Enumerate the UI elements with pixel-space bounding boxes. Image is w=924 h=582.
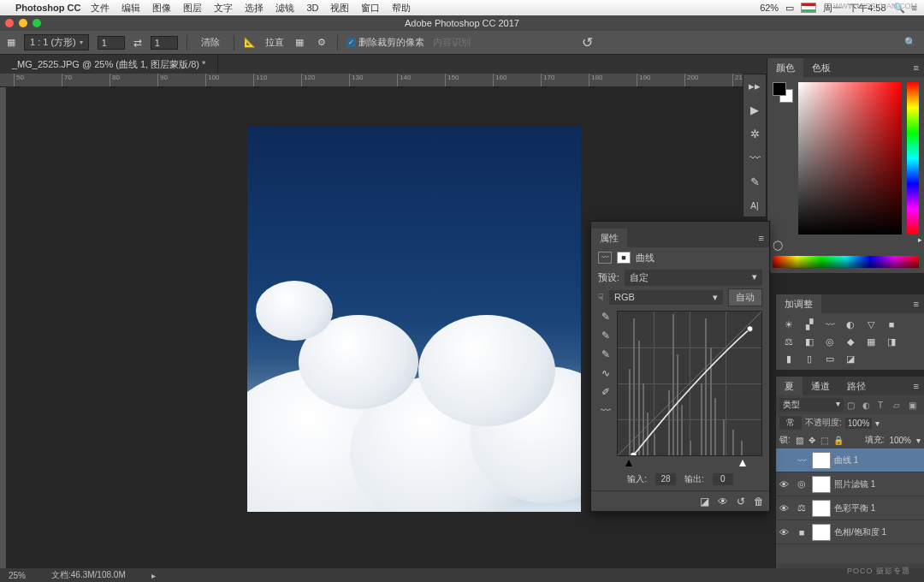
crop-tool-icon[interactable]: ▦: [7, 37, 15, 48]
color-balance-icon[interactable]: ⚖: [781, 336, 797, 347]
menu-image[interactable]: 图像: [152, 2, 171, 15]
reset-adjustment-icon[interactable]: ↺: [737, 496, 745, 508]
curves-icon[interactable]: 〰: [822, 318, 838, 330]
crop-options-icon[interactable]: ⚙: [315, 36, 329, 50]
blend-mode-select[interactable]: 常: [779, 416, 802, 430]
document-tab[interactable]: _MG_2525.JPG @ 25% (曲线 1, 图层蒙版/8) *: [0, 56, 218, 74]
status-docinfo[interactable]: 文档:46.3M/108.0M: [51, 569, 126, 581]
straighten-icon[interactable]: 📐: [243, 36, 257, 50]
status-chevron-icon[interactable]: ▸: [151, 571, 156, 580]
dock-play-icon[interactable]: ▶: [747, 102, 762, 117]
fill-value[interactable]: 100%: [889, 436, 911, 445]
auto-button[interactable]: 自动: [728, 288, 762, 306]
eyedropper-small-icon[interactable]: ◯: [773, 240, 783, 251]
layers-menu-icon[interactable]: ≡: [909, 381, 924, 391]
clear-button[interactable]: 清除: [196, 34, 225, 50]
adjustments-menu-icon[interactable]: ≡: [909, 299, 924, 309]
channel-select[interactable]: RGB▾: [609, 290, 723, 305]
menu-type[interactable]: 文字: [214, 2, 233, 15]
menu-edit[interactable]: 编辑: [121, 2, 140, 15]
curve-draw-tool-icon[interactable]: ✐: [601, 386, 610, 398]
visibility-icon[interactable]: 👁: [779, 479, 791, 490]
bw-icon[interactable]: ◧: [802, 336, 817, 347]
menu-layer[interactable]: 图层: [183, 2, 202, 15]
lock-position-icon[interactable]: ✥: [808, 436, 815, 445]
curve-point-tool-icon[interactable]: ∿: [601, 367, 610, 379]
eyedropper-black-icon[interactable]: ✎: [601, 311, 610, 323]
curve-smooth-icon[interactable]: 〰: [601, 405, 611, 417]
brush-icon[interactable]: 〰: [747, 150, 762, 165]
menu-filter[interactable]: 滤镜: [275, 2, 294, 15]
delete-adjustment-icon[interactable]: 🗑: [754, 496, 764, 508]
threshold-icon[interactable]: ▯: [802, 353, 817, 365]
tab-color[interactable]: 颜色: [767, 58, 803, 78]
input-value[interactable]: 28: [655, 473, 676, 485]
channel-mixer-icon[interactable]: ◆: [843, 336, 858, 347]
input-range-slider[interactable]: [613, 460, 747, 470]
lock-all-icon[interactable]: 🔒: [833, 436, 844, 445]
lock-artboard-icon[interactable]: ⬚: [820, 436, 828, 445]
tab-swatches[interactable]: 色板: [803, 58, 839, 78]
search-icon[interactable]: 🔍: [903, 36, 917, 50]
overlay-grid-icon[interactable]: ▦: [293, 36, 306, 50]
visibility-icon[interactable]: 👁: [779, 503, 791, 514]
layer-mask-thumb[interactable]: [812, 476, 831, 493]
layer-mask-thumb[interactable]: [812, 500, 831, 517]
exposure-icon[interactable]: ◐: [843, 318, 858, 330]
lut-icon[interactable]: ▦: [863, 336, 879, 347]
layer-mask-thumb[interactable]: [812, 452, 831, 469]
layer-name[interactable]: 曲线 1: [834, 454, 921, 466]
layer-name[interactable]: 色相/饱和度 1: [834, 526, 921, 538]
opacity-value[interactable]: 100%: [845, 418, 873, 429]
preset-select[interactable]: 自定▾: [625, 270, 762, 286]
properties-menu-icon[interactable]: ≡: [754, 233, 769, 243]
close-window-button[interactable]: [5, 19, 14, 27]
reset-crop-icon[interactable]: ↺: [582, 34, 593, 50]
on-image-tool-icon[interactable]: ☟: [598, 292, 604, 303]
swap-dimensions-icon[interactable]: ⇄: [133, 37, 142, 49]
app-name[interactable]: Photoshop CC: [15, 3, 80, 13]
menu-help[interactable]: 帮助: [392, 2, 411, 15]
color-panel-menu-icon[interactable]: ≡: [909, 62, 924, 73]
filter-adj-icon[interactable]: ◐: [862, 401, 874, 410]
hue-slider[interactable]: [907, 82, 919, 235]
menu-3d[interactable]: 3D: [306, 3, 318, 13]
posterize-icon[interactable]: ▮: [781, 353, 797, 365]
gradient-map-icon[interactable]: ▭: [822, 353, 838, 365]
tab-paths[interactable]: 路径: [838, 377, 874, 396]
tab-properties[interactable]: 属性: [591, 229, 627, 248]
history-icon[interactable]: ✲: [747, 126, 762, 141]
selective-color-icon[interactable]: ◪: [843, 353, 858, 365]
eyedropper-white-icon[interactable]: ✎: [601, 348, 610, 360]
lock-pixels-icon[interactable]: ▨: [796, 436, 803, 445]
crop-height-input[interactable]: 1: [151, 36, 178, 50]
input-flag-icon[interactable]: [801, 3, 816, 13]
paths-icon[interactable]: ✎: [747, 174, 762, 189]
document-canvas[interactable]: [247, 127, 581, 512]
hue-sat-icon[interactable]: ■: [884, 318, 899, 330]
filter-type-icon[interactable]: T: [878, 401, 890, 410]
layer-filter-select[interactable]: 类型▾: [779, 398, 844, 412]
crop-width-input[interactable]: 1: [98, 36, 125, 50]
levels-icon[interactable]: ▞: [802, 318, 817, 330]
filter-shape-icon[interactable]: ▱: [893, 401, 905, 410]
invert-icon[interactable]: ◨: [884, 336, 899, 347]
layer-row[interactable]: 👁 ■ 色相/饱和度 1: [776, 520, 924, 544]
layer-name[interactable]: 照片滤镜 1: [834, 478, 921, 490]
dock-expand-icon[interactable]: ▸▸: [747, 78, 762, 93]
menu-file[interactable]: 文件: [91, 2, 110, 15]
vibrance-icon[interactable]: ▽: [863, 318, 879, 330]
output-value[interactable]: 0: [713, 473, 733, 485]
layer-mask-thumb[interactable]: [812, 524, 831, 541]
minimize-window-button[interactable]: [19, 19, 27, 27]
tab-adjustments[interactable]: 加调整: [776, 294, 821, 314]
spectrum-bar[interactable]: ▸: [773, 256, 919, 268]
color-field[interactable]: [798, 82, 902, 235]
delete-cropped-checkbox[interactable]: ✓删除裁剪的像素: [346, 36, 424, 49]
curves-graph[interactable]: [617, 311, 762, 456]
menu-window[interactable]: 窗口: [361, 2, 380, 15]
menu-select[interactable]: 选择: [245, 2, 264, 15]
layer-name[interactable]: 色彩平衡 1: [834, 502, 921, 514]
filter-pixel-icon[interactable]: ▢: [847, 401, 859, 410]
maximize-window-button[interactable]: [33, 19, 41, 27]
